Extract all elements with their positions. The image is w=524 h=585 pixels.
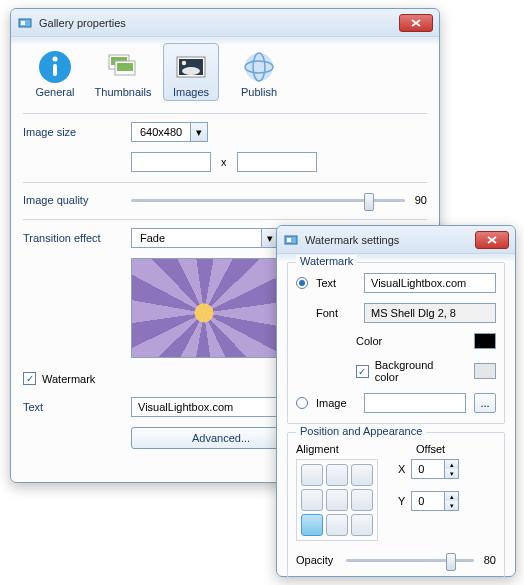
color-swatch[interactable]	[474, 333, 496, 349]
tab-label: Thumbnails	[95, 86, 152, 98]
watermark-group: Watermark Text VisualLightbox.com Font M…	[287, 262, 505, 424]
chevron-down-icon: ▾	[190, 123, 207, 141]
slider-thumb[interactable]	[364, 193, 374, 211]
svg-point-13	[245, 53, 273, 81]
color-label: Color	[356, 335, 466, 347]
titlebar[interactable]: Gallery properties	[11, 9, 439, 37]
window-title: Watermark settings	[305, 234, 475, 246]
info-icon	[36, 48, 74, 86]
spin-up-icon[interactable]: ▴	[445, 492, 458, 501]
input-value: VisualLightbox.com	[371, 277, 466, 289]
tab-thumbnails[interactable]: Thumbnails	[95, 43, 151, 101]
close-button[interactable]	[399, 14, 433, 32]
text-option-row: Text VisualLightbox.com	[296, 273, 496, 293]
spin-up-icon[interactable]: ▴	[445, 460, 458, 469]
offset-inputs: X 0 ▴▾ Y 0 ▴▾	[398, 459, 459, 521]
align-cell-bc[interactable]	[326, 514, 348, 536]
select-value: Fade	[132, 232, 261, 244]
radio-dot-icon	[299, 280, 305, 286]
image-quality-value: 90	[415, 194, 427, 206]
x-label: x	[221, 156, 227, 168]
group-title: Watermark	[296, 255, 357, 267]
align-cell-tl[interactable]	[301, 464, 323, 486]
image-quality-row: Image quality 90	[23, 191, 427, 209]
button-label: Advanced...	[192, 432, 250, 444]
slider-thumb[interactable]	[446, 553, 456, 571]
spin-down-icon[interactable]: ▾	[445, 469, 458, 478]
spin-down-icon[interactable]: ▾	[445, 501, 458, 510]
image-quality-slider[interactable]	[131, 191, 405, 209]
svg-point-12	[182, 61, 186, 65]
checkbox-icon: ✓	[23, 372, 36, 385]
titlebar[interactable]: Watermark settings	[277, 226, 515, 254]
position-group: Position and Appearance Aligment Offset	[287, 432, 505, 578]
text-label: Text	[23, 401, 131, 413]
alignment-grid	[296, 459, 378, 541]
app-icon	[283, 232, 299, 248]
svg-rect-3	[53, 64, 57, 76]
font-picker[interactable]: MS Shell Dlg 2, 8	[364, 303, 496, 323]
bgcolor-swatch[interactable]	[474, 363, 496, 379]
width-input[interactable]	[131, 152, 211, 172]
checkbox-icon: ✓	[356, 365, 369, 378]
align-cell-bl[interactable]	[301, 514, 323, 536]
align-offset-row: X 0 ▴▾ Y 0 ▴▾	[296, 459, 496, 541]
svg-rect-17	[287, 238, 291, 242]
tab-general[interactable]: General	[27, 43, 83, 101]
group-title: Position and Appearance	[296, 425, 426, 437]
transition-preview	[131, 258, 277, 358]
offset-y-row: Y 0 ▴▾	[398, 491, 459, 511]
text-label: Text	[316, 277, 356, 289]
select-value: 640x480	[132, 126, 190, 138]
transition-label: Transition effect	[23, 232, 131, 244]
window-title: Gallery properties	[39, 17, 399, 29]
input-value: VisualLightbox.com	[138, 401, 233, 413]
thumbnails-icon	[104, 48, 142, 86]
close-button[interactable]	[475, 231, 509, 249]
y-label: Y	[398, 495, 405, 507]
opacity-value: 80	[484, 554, 496, 566]
bgcolor-checkbox[interactable]: ✓ Background color	[356, 359, 458, 383]
opacity-slider[interactable]	[346, 551, 474, 569]
text-radio[interactable]	[296, 277, 308, 289]
tabbar: General Thumbnails Images Publish	[23, 41, 427, 113]
watermark-label: Watermark	[42, 373, 95, 385]
divider	[23, 182, 427, 183]
svg-rect-8	[117, 63, 133, 71]
image-size-label: Image size	[23, 126, 131, 138]
app-icon	[17, 15, 33, 31]
align-cell-mr[interactable]	[351, 489, 373, 511]
image-size-select[interactable]: 640x480 ▾	[131, 122, 208, 142]
height-input[interactable]	[237, 152, 317, 172]
align-cell-tc[interactable]	[326, 464, 348, 486]
image-path-input[interactable]	[364, 393, 466, 413]
tab-label: General	[35, 86, 74, 98]
align-cell-br[interactable]	[351, 514, 373, 536]
color-row: Color	[296, 333, 496, 349]
window-body: Watermark Text VisualLightbox.com Font M…	[277, 254, 515, 585]
browse-button[interactable]: ...	[474, 393, 496, 413]
image-size-row: Image size 640x480 ▾	[23, 122, 427, 142]
image-radio[interactable]	[296, 397, 308, 409]
transition-select[interactable]: Fade ▾	[131, 228, 279, 248]
offset-y-spin[interactable]: 0 ▴▾	[411, 491, 459, 511]
input-value: 0	[411, 459, 445, 479]
tab-images[interactable]: Images	[163, 43, 219, 101]
watermark-settings-window: Watermark settings Watermark Text Visual…	[276, 225, 516, 577]
align-cell-mc[interactable]	[326, 489, 348, 511]
publish-icon	[240, 48, 278, 86]
custom-size-row: x	[23, 152, 427, 172]
divider	[23, 113, 427, 114]
opacity-row: Opacity 80	[296, 551, 496, 569]
tab-label: Images	[173, 86, 209, 98]
align-cell-tr[interactable]	[351, 464, 373, 486]
offset-label: Offset	[416, 443, 445, 455]
tab-publish[interactable]: Publish	[231, 43, 287, 101]
watermark-text-input[interactable]: VisualLightbox.com	[364, 273, 496, 293]
offset-x-spin[interactable]: 0 ▴▾	[411, 459, 459, 479]
font-label: Font	[316, 307, 356, 319]
align-cell-ml[interactable]	[301, 489, 323, 511]
font-value: MS Shell Dlg 2, 8	[371, 307, 456, 319]
bgcolor-row: ✓ Background color	[296, 359, 496, 383]
images-icon	[172, 48, 210, 86]
